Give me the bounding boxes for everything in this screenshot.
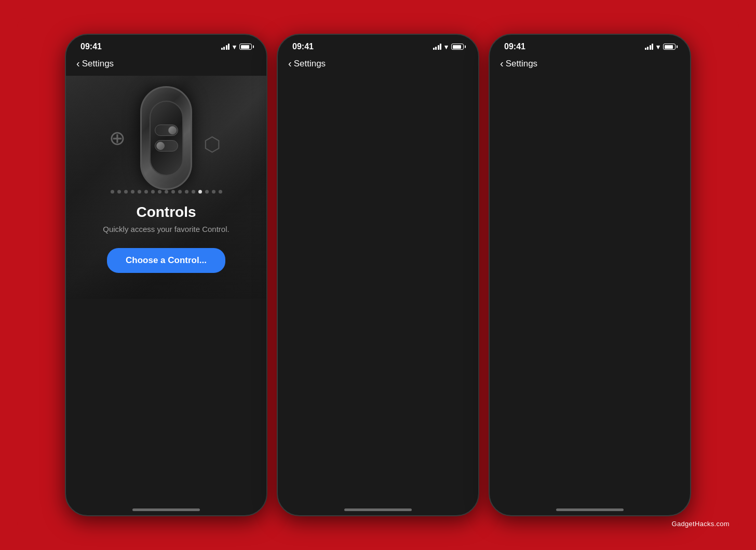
battery-icon-1 [239,44,252,50]
time-3: 09:41 [504,42,525,51]
status-bar-3: 09:41 ▾ [490,35,690,56]
toggle-dot-2 [156,142,165,150]
back-button-1[interactable]: ‹ Settings [76,58,114,70]
status-icons-3: ▾ [645,43,676,51]
time-2: 09:41 [292,42,314,51]
wifi-icon-2: ▾ [444,43,448,51]
phone-3: 09:41 ▾ ‹ Settings [489,34,691,516]
controls-device-illustration: ⊕ ⬡ [140,86,192,190]
dot-2 [117,190,121,194]
screen1-content: ⊕ ⬡ [66,76,266,299]
dot-13 [192,190,195,194]
nav-bar-3: ‹ Settings [490,56,690,76]
toggle-2 [155,140,178,152]
dot-16 [212,190,215,194]
back-chevron-icon-3: ‹ [500,58,504,70]
nav-bar-1: ‹ Settings [66,56,266,76]
back-chevron-icon-1: ‹ [76,58,80,70]
watermark: GadgetHacks.com [672,520,730,528]
status-bar-1: 09:41 ▾ [66,35,266,56]
dot-15 [205,190,209,194]
signal-icon-2 [433,44,442,50]
time-1: 09:41 [80,42,102,51]
home-indicator-2 [344,508,412,511]
wifi-icon-3: ▾ [656,43,660,51]
controls-info: Controls Quickly access your favorite Co… [103,204,229,273]
status-bar-2: 09:41 ▾ [278,35,478,56]
dot-14-active [198,190,202,194]
dot-8 [158,190,161,194]
device-inner [150,101,183,176]
dot-7 [151,190,155,194]
back-label-3: Settings [506,59,537,69]
controls-subtitle: Quickly access your favorite Control. [103,225,229,233]
home-indicator-1 [132,508,200,511]
dot-11 [178,190,182,194]
dot-6 [144,190,148,194]
back-button-2[interactable]: ‹ Settings [288,58,326,70]
screen1-background: ⊕ ⬡ [66,76,266,299]
dot-4 [131,190,134,194]
share-icon: ⬡ [204,133,221,156]
phone-2: 09:41 ▾ ‹ Settings [277,34,479,516]
dot-9 [165,190,168,194]
nav-bar-2: ‹ Settings [278,56,478,76]
back-chevron-icon-2: ‹ [288,58,292,70]
dot-12 [185,190,188,194]
choose-control-button[interactable]: Choose a Control... [107,248,225,273]
controls-title: Controls [103,204,229,221]
battery-icon-2 [451,44,464,50]
back-label-1: Settings [82,59,114,69]
wifi-icon-1: ▾ [233,43,236,51]
phone-1: 09:41 ▾ ‹ Settings [65,34,267,516]
status-icons-2: ▾ [433,43,464,51]
back-button-3[interactable]: ‹ Settings [500,58,537,70]
dot-3 [124,190,128,194]
dot-1 [111,190,114,194]
toggle-dot-1 [168,126,177,134]
battery-icon-3 [663,44,676,50]
dot-10 [171,190,175,194]
dot-17 [219,190,222,194]
back-label-2: Settings [294,59,326,69]
outer-wrapper: 09:41 ▾ ‹ Settings [17,18,739,532]
signal-icon-3 [645,44,654,50]
toggle-1 [155,125,178,136]
zoom-icon: ⊕ [109,127,126,149]
home-indicator-3 [556,508,624,511]
signal-icon-1 [221,44,230,50]
dot-5 [138,190,141,194]
status-icons-1: ▾ [221,43,252,51]
device-body [140,86,192,190]
dots-row [111,190,222,194]
